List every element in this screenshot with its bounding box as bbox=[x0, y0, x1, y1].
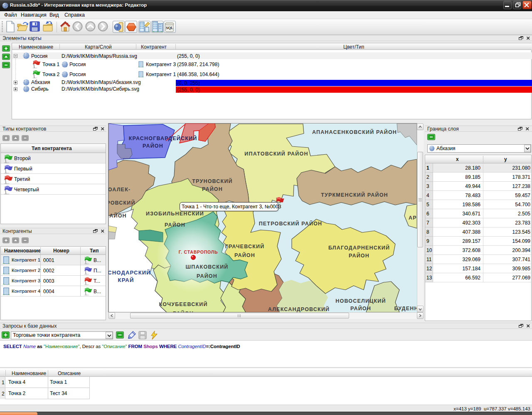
svg-text:АЛЕКСАНДРОВСКИЙ: АЛЕКСАНДРОВСКИЙ bbox=[268, 306, 330, 312]
svg-text:Г. СТАВРОПОЛЬ: Г. СТАВРОПОЛЬ bbox=[179, 249, 218, 254]
svg-text:БЛАГОДАРНЕНСКИЙ: БЛАГОДАРНЕНСКИЙ bbox=[328, 245, 390, 251]
svg-text:РАЙОН: РАЙОН bbox=[143, 143, 163, 149]
svg-text:SQL: SQL bbox=[166, 26, 173, 30]
svg-text:РАЙОН: РАЙОН bbox=[350, 305, 371, 311]
svg-text:КРАСНОГВАРДЕЙСКИЙ: КРАСНОГВАРДЕЙСКИЙ bbox=[129, 135, 197, 141]
svg-text:РАЙОН: РАЙОН bbox=[197, 273, 217, 279]
svg-text:ГРАЧЕВСКИЙ: ГРАЧЕВСКИЙ bbox=[225, 243, 265, 249]
svg-text:ШПАКОВСКИЙ: ШПАКОВСКИЙ bbox=[185, 264, 228, 270]
svg-text:ТУРКМЕНСКИЙ РАЙОН: ТУРКМЕНСКИЙ РАЙОН bbox=[321, 192, 388, 198]
svg-text:ПЕТРОВСКИЙ РАЙОН: ПЕТРОВСКИЙ РАЙОН bbox=[259, 220, 323, 227]
svg-text:ОАЛЕК-: ОАЛЕК- bbox=[108, 187, 131, 193]
svg-text:БУДЕННО: БУДЕННО bbox=[394, 306, 417, 311]
svg-text:СНОДАРСКИЙ: СНОДАРСКИЙ bbox=[108, 269, 151, 276]
svg-text:АПАНАСЕНКОВСКИЙ РАЙОН: АПАНАСЕНКОВСКИЙ РАЙОН bbox=[312, 129, 397, 135]
svg-text:АЙОН: АЙОН bbox=[109, 212, 127, 219]
svg-text:РАЙОН: РАЙОН bbox=[165, 222, 185, 228]
svg-text:РАЙОН: РАЙОН bbox=[349, 252, 369, 259]
svg-text:АР: АР bbox=[409, 215, 417, 221]
svg-text:КРАЙ: КРАЙ bbox=[118, 277, 134, 283]
svg-text:НОВОСЕЛИЦКИЙ: НОВОСЕЛИЦКИЙ bbox=[335, 298, 386, 304]
svg-text:РОВСКИЙ: РОВСКИЙ bbox=[108, 200, 135, 206]
svg-text:КОЧУБЕЕВСКИЙ: КОЧУБЕЕВСКИЙ bbox=[159, 301, 207, 307]
svg-text:ТРУНОВСКИЙ: ТРУНОВСКИЙ bbox=[192, 178, 233, 184]
svg-text:РАЙОН: РАЙОН bbox=[234, 252, 255, 258]
svg-text:ИПАТОВСКИЙ РАЙОН: ИПАТОВСКИЙ РАЙОН bbox=[244, 151, 308, 157]
svg-text:ИЗОБИЛЬНЕНСКИЙ: ИЗОБИЛЬНЕНСКИЙ bbox=[146, 210, 204, 217]
svg-text:РАЙОН: РАЙОН bbox=[202, 186, 223, 192]
